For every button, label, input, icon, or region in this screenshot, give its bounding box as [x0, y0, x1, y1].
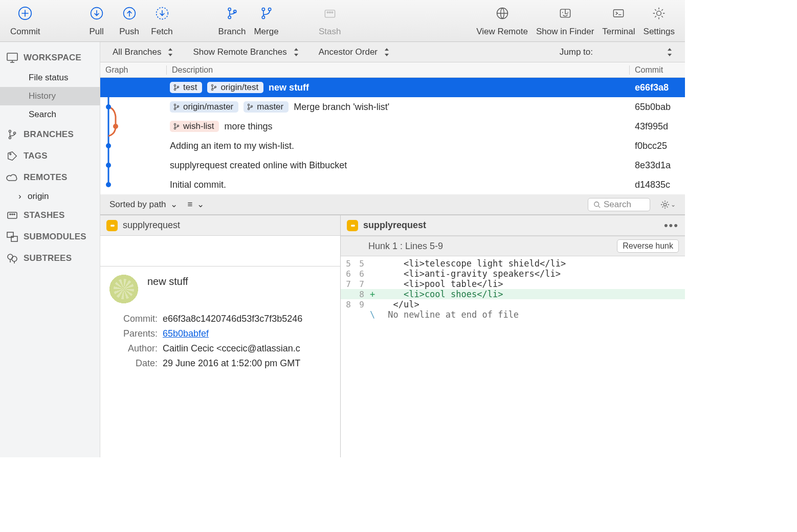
history-row[interactable]: Adding an item to my wish-list.f0bcc25 [100, 136, 685, 156]
sidebar-item-file-status[interactable]: File status [0, 69, 100, 87]
fetch-button[interactable]: Fetch [146, 3, 179, 37]
file-name: supplyrequest [123, 220, 180, 231]
diff-search[interactable]: Search [588, 198, 650, 211]
svg-point-9 [268, 8, 271, 11]
diff-settings[interactable]: ⌄ [660, 200, 676, 209]
chevron-down-icon: ⌄ [671, 201, 676, 208]
sidebar-section-subtrees[interactable]: SUBTREES [0, 248, 100, 269]
terminal-button[interactable]: Terminal [598, 3, 639, 37]
commit-short-hash: 8e33d1a [630, 160, 685, 171]
svg-point-46 [174, 108, 175, 109]
view-remote-button[interactable]: View Remote [472, 3, 532, 37]
filter-remote-branches[interactable]: Show Remote Branches [193, 47, 299, 57]
terminal-icon [610, 5, 627, 21]
sort-by-path[interactable]: Sorted by path ⌄ [109, 199, 178, 210]
svg-point-17 [657, 11, 661, 16]
pull-button[interactable]: Pull [80, 3, 113, 37]
col-commit[interactable]: Commit [630, 65, 685, 75]
sidebar-item-history[interactable]: History [0, 87, 100, 105]
list-icon: ≡ [188, 199, 193, 210]
reverse-hunk-button[interactable]: Reverse hunk [617, 239, 679, 253]
stash-button[interactable]: Stash [314, 3, 346, 37]
merge-button[interactable]: Merge [250, 3, 282, 37]
branch-icon [224, 5, 240, 21]
sidebar-remote-origin[interactable]: › origin [0, 188, 100, 205]
branch-tag[interactable]: origin/master [170, 101, 238, 113]
branch-tag[interactable]: master [243, 101, 289, 113]
view-mode[interactable]: ≡ ⌄ [188, 199, 204, 210]
svg-point-7 [262, 8, 264, 11]
history-row[interactable]: Initial commit.d14835c [100, 175, 685, 194]
svg-point-24 [10, 214, 11, 215]
file-actions[interactable]: ••• [664, 219, 679, 232]
search-icon [593, 201, 601, 208]
svg-point-54 [594, 202, 599, 206]
commit-button[interactable]: Commit [6, 3, 45, 37]
diff-lines: 55 <li>telescope light shield</li>66 <li… [341, 256, 685, 330]
col-description[interactable]: Description [167, 65, 630, 75]
history-columns: Graph Description Commit [100, 62, 685, 78]
svg-rect-23 [8, 212, 17, 218]
commit-short-hash: d14835c [630, 180, 685, 190]
commit-detail-panel: ••• supplyrequest new stuff Commit:e66f3… [100, 215, 341, 457]
history-row[interactable]: origin/mastermasterMerge branch 'wish-li… [100, 97, 685, 117]
col-graph[interactable]: Graph [100, 65, 167, 75]
push-button[interactable]: Push [113, 3, 146, 37]
commit-message: Initial commit. [170, 180, 226, 190]
parent-link[interactable]: 65b0babfef [163, 328, 209, 339]
filter-branches[interactable]: All Branches [113, 47, 173, 57]
sidebar-section-stashes[interactable]: STASHES [0, 205, 100, 226]
arrow-down-circle-icon [88, 5, 105, 21]
hunk-header: Hunk 1 : Lines 5-9 Reverse hunk [341, 236, 685, 256]
sidebar-section-tags[interactable]: TAGS [0, 145, 100, 167]
sidebar-section-branches[interactable]: BRANCHES [0, 124, 100, 145]
show-in-finder-button[interactable]: Show in Finder [532, 3, 598, 37]
svg-point-43 [212, 88, 213, 90]
history-row[interactable]: wish-listmore things43f995d [100, 117, 685, 136]
svg-point-20 [9, 137, 11, 139]
svg-point-45 [174, 104, 175, 105]
history-row[interactable]: testorigin/testnew stuffe66f3a8 [100, 78, 685, 97]
jump-to[interactable]: Jump to: [560, 47, 673, 57]
merge-icon [258, 5, 275, 21]
file-modified-icon: ••• [347, 220, 358, 231]
branch-button[interactable]: Branch [214, 3, 250, 37]
svg-rect-10 [325, 10, 335, 17]
sidebar-section-submodules[interactable]: SUBMODULES [0, 226, 100, 248]
sidebar-item-search[interactable]: Search [0, 105, 100, 124]
chevron-down-icon: ⌄ [197, 199, 204, 210]
diff-line[interactable]: 77 <li>pool table</li> [341, 279, 685, 289]
chevron-down-icon: ⌄ [170, 199, 178, 210]
branch-tag[interactable]: test [170, 82, 202, 93]
svg-point-8 [262, 16, 264, 18]
subtrees-icon [6, 253, 18, 264]
history-list: testorigin/testnew stuffe66f3a8origin/ma… [100, 78, 685, 194]
svg-point-26 [14, 214, 15, 215]
file-header-right[interactable]: ••• supplyrequest ••• [341, 215, 685, 236]
diff-line[interactable]: 66 <li>anti-gravity speakers</li> [341, 269, 685, 279]
branch-tag[interactable]: origin/test [207, 82, 263, 93]
diff-line[interactable]: \ No newline at end of file [341, 309, 685, 320]
diff-toolbar: Sorted by path ⌄ ≡ ⌄ Search ⌄ [100, 194, 685, 215]
file-header-left[interactable]: ••• supplyrequest [100, 215, 340, 236]
commit-message: supplyrequest created online with Bitbuc… [170, 160, 347, 171]
branch-tag[interactable]: wish-list [170, 121, 219, 132]
settings-button[interactable]: Settings [639, 3, 679, 37]
commit-title: new stuff [147, 276, 188, 303]
svg-point-51 [174, 123, 175, 125]
svg-point-49 [248, 108, 250, 109]
stash-icon [322, 5, 338, 21]
sidebar-section-remotes[interactable]: REMOTES [0, 167, 100, 188]
diff-line[interactable]: 8+ <li>cool shoes</li> [341, 289, 685, 299]
history-filter-bar: All Branches Show Remote Branches Ancest… [100, 42, 685, 62]
history-row[interactable]: supplyrequest created online with Bitbuc… [100, 156, 685, 175]
svg-point-22 [10, 153, 11, 155]
diff-line[interactable]: 55 <li>telescope light shield</li> [341, 258, 685, 269]
filter-order[interactable]: Ancestor Order [319, 47, 390, 57]
sidebar-section-workspace[interactable]: WORKSPACE [0, 47, 100, 69]
cloud-icon [6, 172, 18, 183]
globe-icon [494, 5, 511, 21]
tag-icon [6, 150, 18, 162]
stash-icon [6, 210, 18, 221]
diff-line[interactable]: 89 </ul> [341, 299, 685, 309]
